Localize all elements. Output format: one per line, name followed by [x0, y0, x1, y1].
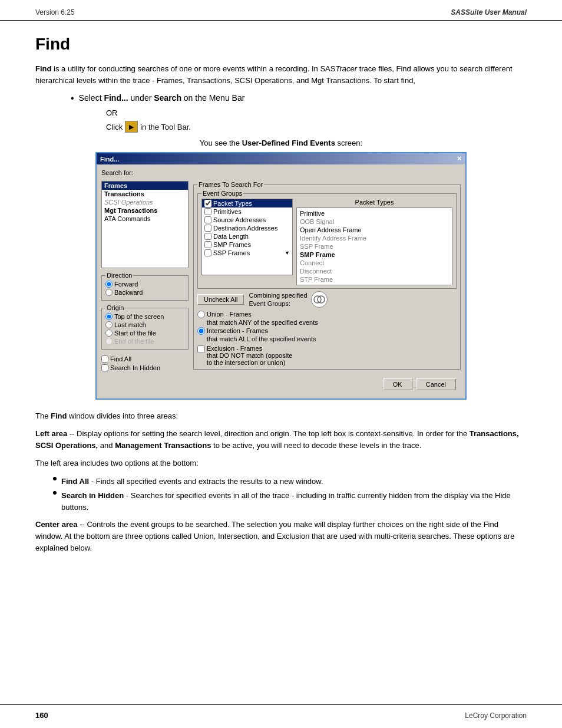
forward-radio-row: Forward	[105, 281, 184, 288]
forward-radio[interactable]	[105, 281, 113, 288]
select-text: Select Find... under Search on the Menu …	[79, 93, 245, 103]
origin-last-label: Last match	[114, 321, 146, 328]
find-dialog: Find... ✕ Search for: Frames Transaction…	[95, 152, 467, 400]
pt-ssp: SSP Frame	[298, 242, 451, 251]
origin-end-row: End of the file	[105, 338, 184, 345]
event-dest-addr[interactable]: Destination Addresses	[202, 224, 292, 232]
body-p1: The Find window divides into three areas…	[35, 410, 527, 422]
exclusion-option: Exclusion - Frames that DO NOT match (op…	[197, 345, 457, 366]
find-all-row: Find All	[101, 355, 189, 363]
close-icon: ✕	[457, 155, 462, 163]
bullet-section: • Select Find... under Search on the Men…	[71, 93, 527, 104]
search-list: Frames Transactions SCSI Operations Mgt …	[101, 181, 189, 268]
packet-types-checkbox[interactable]	[204, 200, 211, 207]
forward-label: Forward	[114, 281, 138, 288]
search-for-label: Search for:	[101, 169, 461, 176]
union-option: Union - Frames that match ANY of the spe…	[197, 311, 457, 326]
scroll-down-icon: ▼	[285, 250, 290, 256]
event-source-addr[interactable]: Source Addresses	[202, 216, 292, 224]
packet-types-panel: Packet Types Primitive OOB Signal Open A…	[296, 199, 452, 285]
or-text: OR	[106, 108, 527, 117]
data-len-checkbox[interactable]	[204, 233, 211, 240]
exclusion-label: Exclusion - Frames	[207, 345, 292, 352]
event-data-len[interactable]: Data Length	[202, 232, 292, 241]
search-hidden-bullet: Search in Hidden - Searches for specifie…	[53, 490, 527, 513]
origin-end-radio	[105, 338, 113, 345]
ok-button[interactable]: OK	[383, 378, 412, 390]
select-bullet: • Select Find... under Search on the Men…	[71, 93, 527, 104]
direction-legend: Direction	[105, 272, 133, 279]
origin-start-label: Start of the file	[114, 330, 156, 337]
primitives-checkbox[interactable]	[204, 208, 211, 215]
company-name: LeCroy Corporation	[465, 711, 527, 720]
you-see-text: You see the User-Defined Find Events scr…	[35, 139, 527, 147]
origin-top-radio[interactable]	[105, 313, 113, 320]
intersection-option: Intersection - Frames that match ALL of …	[197, 327, 457, 342]
bullet-dot: •	[71, 93, 74, 104]
event-smp-frames[interactable]: SMP Frames	[202, 241, 292, 249]
header-brand-italic: SAS	[451, 8, 465, 17]
frames-to-search-group: Frames To Search For Event Groups Packet…	[193, 181, 461, 370]
find-all-checkbox[interactable]	[101, 355, 108, 363]
intersection-sub: that match ALL of the specified events	[207, 335, 457, 342]
search-item-mgt[interactable]: Mgt Transactions	[102, 206, 188, 215]
search-item-transactions[interactable]: Transactions	[102, 190, 188, 198]
dialog-buttons: OK Cancel	[101, 375, 461, 394]
event-packet-types[interactable]: Packet Types	[202, 199, 292, 207]
origin-last-row: Last match	[105, 321, 184, 328]
cancel-button[interactable]: Cancel	[416, 378, 456, 390]
union-sub: that match ANY of the specified events	[207, 319, 457, 326]
origin-start-radio[interactable]	[105, 330, 113, 337]
search-hidden-row: Search In Hidden	[101, 364, 189, 371]
event-groups-inner: Packet Types Primitives Source Addresses	[201, 199, 452, 285]
dest-addr-checkbox[interactable]	[204, 225, 211, 232]
main-content: Find Find is a utility for conducting se…	[0, 21, 562, 699]
click-text: Click ▶ in the Tool Bar.	[106, 121, 527, 133]
search-hidden-label: Search In Hidden	[110, 364, 160, 371]
smp-frames-checkbox[interactable]	[204, 241, 211, 248]
backward-radio[interactable]	[105, 289, 113, 296]
body-p2: Left area -- Display options for setting…	[35, 428, 527, 452]
dialog-body: Search for: Frames Transactions SCSI Ope…	[97, 164, 465, 398]
pt-connect: Connect	[298, 259, 451, 267]
pt-disconnect: Disconnect	[298, 267, 451, 275]
event-list: Packet Types Primitives Source Addresses	[201, 199, 293, 275]
event-groups-group: Event Groups Packet Types	[197, 190, 457, 289]
center-panel: Frames To Search For Event Groups Packet…	[193, 181, 461, 371]
backward-radio-row: Backward	[105, 289, 184, 296]
origin-group: Origin Top of the screen Last match	[101, 304, 189, 350]
uncheck-row: Uncheck All Combining specified Event Gr…	[197, 291, 457, 308]
origin-top-label: Top of the screen	[114, 313, 164, 320]
search-item-scsi[interactable]: SCSI Operations	[102, 198, 188, 206]
combining-options: Union - Frames that match ANY of the spe…	[197, 311, 457, 366]
origin-last-radio[interactable]	[105, 321, 113, 328]
find-all-label: Find All	[110, 355, 131, 363]
event-ssp-frames[interactable]: SSP Frames ▼	[202, 249, 292, 257]
backward-label: Backward	[114, 289, 143, 296]
find-bold: Find	[35, 64, 51, 73]
exclusion-checkbox[interactable]	[197, 345, 205, 353]
version-label: Version 6.25	[35, 8, 75, 17]
manual-title: SASSuite User Manual	[451, 8, 527, 17]
intersection-label: Intersection - Frames	[207, 327, 268, 334]
uncheck-all-button[interactable]: Uncheck All	[197, 294, 244, 305]
pt-open-addr: Open Address Frame	[298, 226, 451, 234]
direction-group: Direction Forward Backward	[101, 272, 189, 301]
exclusion-sub1: that DO NOT match (opposite	[207, 352, 292, 359]
source-addr-checkbox[interactable]	[204, 216, 211, 223]
search-hidden-checkbox[interactable]	[101, 364, 108, 371]
origin-legend: Origin	[105, 304, 125, 311]
union-radio[interactable]	[197, 311, 205, 318]
find-all-bullet: Find All - Finds all specified events an…	[53, 476, 527, 487]
combining-label-block: Combining specified Event Groups:	[249, 291, 327, 308]
search-item-frames[interactable]: Frames	[102, 182, 188, 190]
page: Version 6.25 SASSuite User Manual Find F…	[0, 0, 562, 728]
ssp-frames-checkbox[interactable]	[204, 249, 211, 256]
search-item-ata[interactable]: ATA Commands	[102, 215, 188, 223]
intersection-radio[interactable]	[197, 327, 205, 335]
pt-primitive: Primitive	[298, 209, 451, 218]
origin-end-label: End of the file	[114, 338, 154, 345]
packet-types-list: Primitive OOB Signal Open Address Frame …	[296, 207, 452, 285]
page-header: Version 6.25 SASSuite User Manual	[0, 0, 562, 21]
event-primitives[interactable]: Primitives	[202, 207, 292, 216]
